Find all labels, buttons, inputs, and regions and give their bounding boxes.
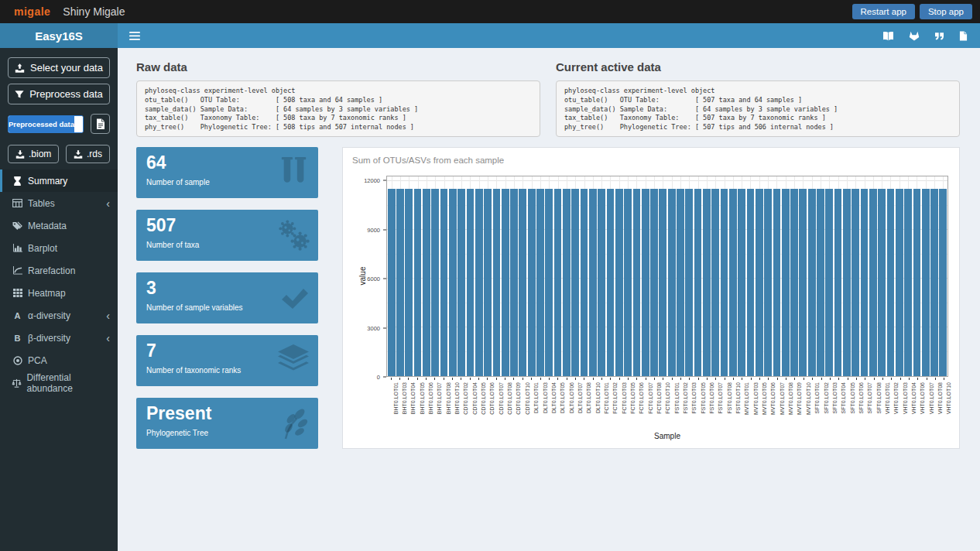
bar-slot xyxy=(728,176,737,376)
x-tick-label: VHT0.LOT02 xyxy=(887,378,896,427)
download-icon xyxy=(74,150,83,159)
y-tick-label: 3000 xyxy=(367,324,380,331)
sidebar-item-pca[interactable]: PCA xyxy=(0,349,118,371)
x-tick-label: MVT0.LOT03 xyxy=(746,378,755,427)
x-tick-label: DLT0.LOT06 xyxy=(562,378,571,427)
upload-icon xyxy=(15,63,25,73)
bar-slot xyxy=(842,176,851,376)
x-tick-label: CDT0.LOT05 xyxy=(474,378,482,427)
restart-app-button[interactable]: Restart app xyxy=(852,4,915,19)
bar-slot xyxy=(816,176,824,376)
bar xyxy=(782,189,790,376)
report-button[interactable] xyxy=(91,114,110,134)
x-tick-label: DLT0.LOT04 xyxy=(544,378,553,427)
bar-slot xyxy=(746,176,755,376)
bar xyxy=(887,189,895,376)
chevron-left-icon: ‹ xyxy=(106,198,110,209)
x-tick-label: SFT0.LOT02 xyxy=(817,378,825,427)
raw-data-title: Raw data xyxy=(136,60,540,74)
bar xyxy=(729,189,737,376)
bar-slot xyxy=(641,176,649,376)
bar-slot xyxy=(457,176,466,376)
doc-file-link[interactable] xyxy=(959,31,968,41)
x-tick-label: CDT0.LOT10 xyxy=(518,378,526,427)
x-tick-label: FST0.LOT02 xyxy=(676,378,684,427)
dot-circle-icon xyxy=(13,356,22,365)
bar-slot xyxy=(720,176,728,376)
sidebar-item-tables[interactable]: Tables ‹ xyxy=(0,192,118,214)
bar xyxy=(721,189,728,376)
download-icon xyxy=(15,150,25,159)
sidebar-item-barplot[interactable]: Barplot xyxy=(0,237,118,259)
bar xyxy=(904,189,912,376)
bar xyxy=(896,189,903,376)
x-tick-label: SFT0.LOT06 xyxy=(852,378,860,427)
x-tick-label: FCT0.LOT07 xyxy=(641,378,649,427)
app-header: Easy16S xyxy=(0,23,980,48)
sidebar-item-heatmap[interactable]: Heatmap xyxy=(0,282,118,304)
sidebar-toggle-button[interactable] xyxy=(118,23,152,48)
bar-slot xyxy=(738,176,746,376)
bar-slot xyxy=(492,176,501,376)
bar-slot xyxy=(807,176,816,376)
hamburger-icon xyxy=(129,32,140,40)
bar xyxy=(738,189,745,376)
bar-slot xyxy=(413,176,422,376)
bar-slot xyxy=(886,176,895,376)
x-tick-label: SFT0.LOT03 xyxy=(825,378,834,427)
chart-body: value 030006000900012000 BHT0.LOT01BHT0.… xyxy=(352,168,953,440)
bar-slot xyxy=(501,176,509,376)
bar xyxy=(502,189,509,376)
select-data-button[interactable]: Select your data xyxy=(8,57,110,78)
sidebar-item-rarefaction[interactable]: Rarefaction xyxy=(0,259,118,282)
bar xyxy=(431,189,439,376)
grid-icon xyxy=(13,289,22,297)
chart-x-labels: BHT0.LOT01BHT0.LOT03BHT0.LOT04BHT0.LOT05… xyxy=(386,378,948,427)
bar xyxy=(563,189,571,376)
docs-link[interactable] xyxy=(882,31,894,41)
sidebar-item-summary[interactable]: Summary xyxy=(0,169,118,192)
sidebar-item-beta-diversity[interactable]: B β-diversity ‹ xyxy=(0,327,118,349)
check-icon xyxy=(279,286,310,311)
file-icon xyxy=(959,31,968,41)
gitlab-link[interactable] xyxy=(909,31,920,41)
value-box-taxa: 507 Number of taxa xyxy=(136,210,318,261)
stop-app-button[interactable]: Stop app xyxy=(920,4,972,19)
raw-data-console: phyloseq-class experiment-level object o… xyxy=(136,80,540,137)
cite-link[interactable] xyxy=(934,32,944,40)
x-tick-label: DLT0.LOT05 xyxy=(553,378,562,427)
bar-slot xyxy=(422,176,430,376)
bar-slot xyxy=(921,176,930,376)
x-tick-label: FST0.LOT07 xyxy=(711,378,720,427)
x-tick-label: MVT0.LOT05 xyxy=(755,378,763,427)
bar xyxy=(913,189,921,376)
x-tick-label: CDT0.LOT07 xyxy=(492,378,500,427)
bar xyxy=(756,189,763,376)
bar xyxy=(711,189,719,376)
x-tick-label: SFT0.LOT01 xyxy=(808,378,817,427)
bar-slot xyxy=(834,176,842,376)
x-tick-label: BHT0.LOT01 xyxy=(386,378,395,427)
x-tick-label: FCT0.LOT05 xyxy=(623,378,632,427)
bar xyxy=(642,189,649,376)
active-data-title: Current active data xyxy=(556,60,960,74)
sidebar-item-metadata[interactable]: Metadata xyxy=(0,214,118,237)
x-tick-label: MVT0.LOT10 xyxy=(799,378,807,427)
preprocess-data-button[interactable]: Preprocess data xyxy=(8,84,110,104)
bar xyxy=(510,189,518,376)
bar-slot xyxy=(580,176,588,376)
x-tick-label: CDT0.LOT04 xyxy=(465,378,474,427)
preprocessed-data-switch[interactable]: Preprocessed data xyxy=(8,115,84,133)
sidebar-item-alpha-diversity[interactable]: A α-diversity ‹ xyxy=(0,304,118,327)
sidebar-item-differential-abundance[interactable]: Differential abundance xyxy=(0,371,118,394)
quote-icon xyxy=(934,32,944,40)
x-tick-label: BHT0.LOT05 xyxy=(413,378,421,427)
bar xyxy=(869,189,877,376)
download-rds-button[interactable]: .rds xyxy=(66,145,110,163)
bar-slot xyxy=(799,176,807,376)
bar-slot xyxy=(396,176,404,376)
switch-knob xyxy=(74,116,83,132)
download-biom-button[interactable]: .biom xyxy=(8,145,59,163)
vials-icon xyxy=(278,156,310,187)
table-icon xyxy=(12,199,22,207)
